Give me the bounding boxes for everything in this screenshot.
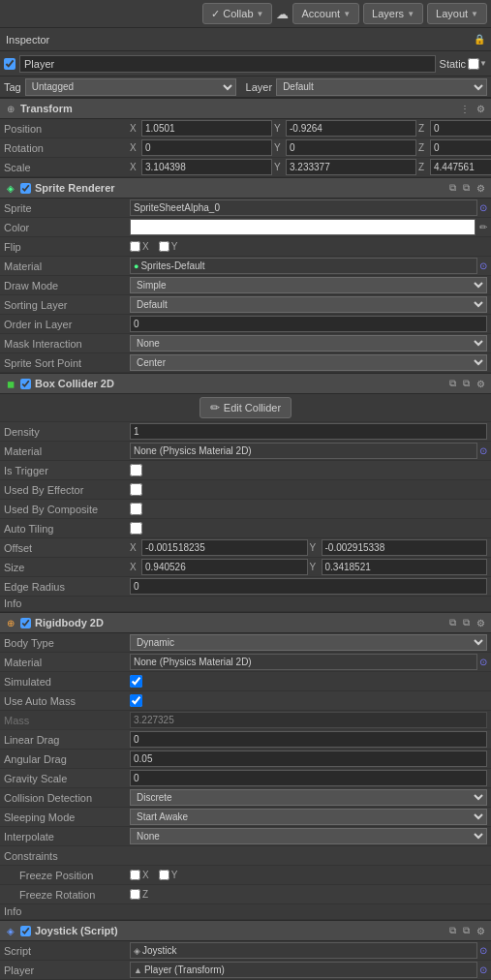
joystick-section-header[interactable]: ◈ Joystick (Script) ⧉ ⧉ ⚙ <box>0 920 491 941</box>
offset-y-input[interactable] <box>322 539 488 556</box>
position-x-input[interactable] <box>141 120 272 137</box>
sprite-ref-label: SpriteSheetAlpha_0 <box>134 202 220 213</box>
angular-drag-input[interactable] <box>130 750 487 767</box>
sprite-renderer-settings-btn[interactable]: ⚙ <box>475 182 487 194</box>
material-rb-link-icon[interactable]: ⊙ <box>479 657 487 667</box>
collision-detection-select[interactable]: Discrete <box>130 789 487 806</box>
joystick-paste-btn[interactable]: ⧉ <box>461 925 472 936</box>
mass-input[interactable] <box>130 712 487 728</box>
scale-z-input[interactable] <box>430 159 491 175</box>
tag-select[interactable]: Untagged <box>25 78 236 96</box>
freeze-pos-y-checkbox[interactable] <box>159 870 169 880</box>
used-by-composite-checkbox[interactable] <box>130 503 142 515</box>
auto-tiling-checkbox[interactable] <box>130 522 142 535</box>
material-sr-link-icon[interactable]: ⊙ <box>479 260 487 271</box>
inspector-panel: Inspector 🔒 Static ▼ Tag Untagged Layer … <box>0 27 491 980</box>
transform-section-header[interactable]: ⊕ Transform ⋮ ⚙ <box>0 98 491 119</box>
simulated-checkbox[interactable] <box>130 675 142 688</box>
freeze-pos-x-checkbox[interactable] <box>130 870 140 880</box>
box-collider-settings-btn[interactable]: ⚙ <box>475 378 487 389</box>
angular-drag-row: Angular Drag <box>0 750 491 769</box>
interpolate-select[interactable]: None <box>130 828 487 844</box>
ry-label: Y <box>274 142 284 153</box>
sprite-sort-value: Center <box>130 354 487 371</box>
order-in-layer-input[interactable] <box>130 316 487 332</box>
gravity-scale-input[interactable] <box>130 770 487 786</box>
box-collider-copy-btn[interactable]: ⧉ <box>447 378 458 389</box>
sprite-link-icon[interactable]: ⊙ <box>479 202 487 213</box>
rigidbody-checkbox[interactable] <box>20 618 31 628</box>
flip-x-checkbox[interactable] <box>130 241 140 252</box>
edit-color-icon[interactable]: ✏ <box>479 222 487 232</box>
box-collider-paste-btn[interactable]: ⧉ <box>461 378 472 389</box>
color-swatch[interactable] <box>130 219 476 235</box>
rotation-x-input[interactable] <box>141 139 272 156</box>
joystick-copy-btn[interactable]: ⧉ <box>447 925 458 936</box>
edit-collider-button[interactable]: ✏ Edit Collider <box>199 397 292 418</box>
rigidbody-settings-btn[interactable]: ⚙ <box>475 617 487 628</box>
box-collider-checkbox[interactable] <box>20 379 31 389</box>
tag-label: Tag <box>4 81 21 93</box>
use-auto-mass-checkbox[interactable] <box>130 694 142 707</box>
collab-button[interactable]: ✓ Collab ▼ <box>202 3 272 24</box>
linear-drag-value <box>130 731 487 748</box>
rigidbody-section-header[interactable]: ⊕ Rigidbody 2D ⧉ ⧉ ⚙ <box>0 612 491 633</box>
body-type-select[interactable]: Dynamic <box>130 634 487 651</box>
object-name-field[interactable] <box>19 55 436 73</box>
use-auto-mass-label: Use Auto Mass <box>4 695 130 707</box>
density-row: Density <box>0 422 491 442</box>
script-link-icon[interactable]: ⊙ <box>479 945 487 956</box>
flip-y-checkbox[interactable] <box>159 241 169 252</box>
layers-button[interactable]: Layers ▼ <box>363 3 423 24</box>
linear-drag-input[interactable] <box>130 731 487 748</box>
sprite-sort-select[interactable]: Center <box>130 354 487 371</box>
flip-y-label: Y <box>159 241 178 252</box>
position-z-input[interactable] <box>430 120 491 137</box>
sprite-renderer-section-header[interactable]: ◈ Sprite Renderer ⧉ ⧉ ⚙ <box>0 177 491 199</box>
account-button[interactable]: Account ▼ <box>292 3 359 24</box>
player-link-icon[interactable]: ⊙ <box>479 965 487 975</box>
static-checkbox[interactable] <box>468 58 479 70</box>
density-input[interactable] <box>130 423 487 440</box>
edge-radius-input[interactable] <box>130 578 487 595</box>
material-rb-ref: None (Physics Material 2D) <box>130 654 477 670</box>
static-arrow-icon[interactable]: ▼ <box>479 59 487 68</box>
object-active-checkbox[interactable] <box>4 58 15 70</box>
sleeping-mode-select[interactable]: Start Awake <box>130 809 487 825</box>
draw-mode-select[interactable]: Simple <box>130 277 487 293</box>
size-y-input[interactable] <box>322 559 488 575</box>
edit-collider-row: ✏ Edit Collider <box>0 394 491 422</box>
sorting-layer-select[interactable]: Default <box>130 296 487 313</box>
position-y-input[interactable] <box>286 120 416 137</box>
scale-y-input[interactable] <box>286 159 416 175</box>
rigidbody-copy-btn[interactable]: ⧉ <box>447 617 458 628</box>
box-collider-section-header[interactable]: ◼ Box Collider 2D ⧉ ⧉ ⚙ <box>0 373 491 394</box>
used-by-effector-checkbox[interactable] <box>130 483 142 496</box>
size-x-input[interactable] <box>141 559 308 575</box>
lock-icon[interactable]: 🔒 <box>474 34 485 45</box>
auto-tiling-row: Auto Tiling <box>0 519 491 538</box>
rotation-z-input[interactable] <box>430 139 491 156</box>
sprite-renderer-checkbox[interactable] <box>20 183 31 194</box>
scale-x-input[interactable] <box>141 159 272 175</box>
is-trigger-checkbox[interactable] <box>130 464 142 476</box>
layer-select[interactable]: Default <box>276 78 487 96</box>
size-label: Size <box>4 562 130 573</box>
collision-detection-row: Collision Detection Discrete <box>0 788 491 808</box>
rotation-y-input[interactable] <box>286 139 416 156</box>
ox-label: X <box>130 542 139 553</box>
sprite-renderer-copy-btn[interactable]: ⧉ <box>447 182 458 194</box>
joystick-checkbox[interactable] <box>20 926 31 936</box>
transform-menu-btn[interactable]: ⋮ <box>458 104 472 114</box>
mask-interaction-select[interactable]: None <box>130 335 487 352</box>
collision-detection-label: Collision Detection <box>4 792 130 804</box>
freeze-rot-z-checkbox[interactable] <box>130 889 140 900</box>
material-bc-link-icon[interactable]: ⊙ <box>479 445 487 456</box>
rigidbody-paste-btn[interactable]: ⧉ <box>461 617 472 628</box>
sprite-renderer-paste-btn[interactable]: ⧉ <box>461 182 472 194</box>
joystick-settings-btn[interactable]: ⚙ <box>475 925 487 936</box>
transform-settings-btn[interactable]: ⚙ <box>475 104 487 114</box>
offset-x-input[interactable] <box>141 539 308 556</box>
layout-button[interactable]: Layout ▼ <box>427 3 487 24</box>
tag-layer-row: Tag Untagged Layer Default <box>0 77 491 98</box>
